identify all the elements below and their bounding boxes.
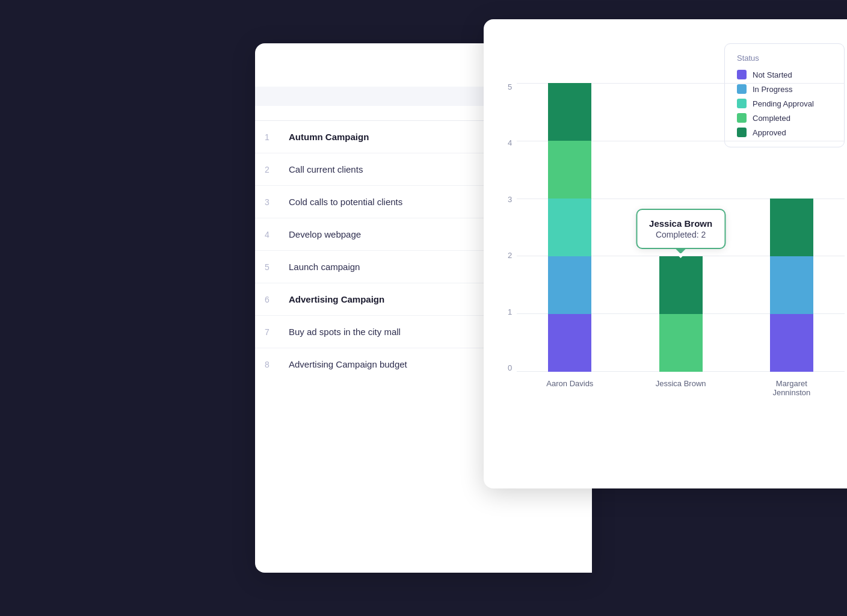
row-title: Call current clients <box>279 153 492 186</box>
row-number: 5 <box>255 251 279 283</box>
row-number: 1 <box>255 121 279 153</box>
chart-area: 012345 Jessica BrownCompleted: 2 Aaron D… <box>508 78 845 397</box>
row-number: 2 <box>255 153 279 186</box>
right-panel: ··· Status Not StartedIn ProgressPending… <box>484 19 847 488</box>
chart-columns: Jessica BrownCompleted: 2 <box>517 83 845 372</box>
bar-stack <box>770 199 813 372</box>
y-axis-label: 3 <box>508 196 512 203</box>
tooltip-arrow-icon <box>675 248 687 254</box>
bar-group[interactable] <box>529 83 611 372</box>
row-title: Buy ad spots in the city mall <box>279 316 492 348</box>
legend-label: Not Started <box>753 70 792 79</box>
bar-segment <box>548 256 591 314</box>
bar-segment <box>548 199 591 256</box>
row-title: Advertising Campaign budget <box>279 348 492 381</box>
x-axis-label: Jessica Brown <box>639 379 721 397</box>
col-num <box>255 106 279 121</box>
bar-segment <box>548 83 591 141</box>
row-number: 3 <box>255 186 279 218</box>
row-title: Autumn Campaign <box>279 121 492 153</box>
row-number: 8 <box>255 348 279 381</box>
legend-color-swatch <box>737 70 747 79</box>
y-axis-label: 5 <box>508 83 512 91</box>
bar-segment <box>659 314 703 372</box>
row-title: Advertising Campaign <box>279 283 492 316</box>
bar-segment <box>770 256 813 314</box>
bar-segment <box>659 256 703 314</box>
tooltip-person-name: Jessica Brown <box>649 218 712 229</box>
tooltip-arrow-inner-icon <box>676 253 686 258</box>
y-axis: 012345 <box>508 83 517 372</box>
bar-stack <box>548 83 591 372</box>
y-axis-label: 2 <box>508 251 512 259</box>
chart-body: 012345 Jessica BrownCompleted: 2 Aaron D… <box>508 83 845 397</box>
x-labels: Aaron DavidsJessica BrownMargaretJennins… <box>517 372 845 397</box>
bar-group[interactable]: Jessica BrownCompleted: 2 <box>639 256 721 372</box>
bar-group[interactable] <box>751 199 833 372</box>
col-title <box>279 106 492 121</box>
legend-title: Status <box>737 54 832 63</box>
row-number: 4 <box>255 218 279 251</box>
app-container: 1Autumn Campaign2Call current clientsNot… <box>255 43 592 573</box>
row-title: Launch campaign <box>279 251 492 283</box>
tooltip-box: Jessica BrownCompleted: 2 <box>636 209 725 249</box>
y-axis-label: 0 <box>508 364 512 372</box>
chart-columns-wrapper: Jessica BrownCompleted: 2 Aaron DavidsJe… <box>517 83 845 397</box>
bar-segment <box>770 199 813 256</box>
y-axis-label: 4 <box>508 139 512 147</box>
bar-segment <box>548 141 591 199</box>
row-title: Cold calls to potential clients <box>279 186 492 218</box>
x-axis-label: MargaretJenninston <box>751 379 833 397</box>
bar-segment <box>548 314 591 372</box>
bar-segment <box>770 314 813 372</box>
bar-stack <box>659 256 703 372</box>
row-number: 6 <box>255 283 279 316</box>
tooltip-value: Completed: 2 <box>649 230 712 239</box>
row-number: 7 <box>255 316 279 348</box>
legend-item: Not Started <box>737 70 832 79</box>
row-title: Develop webpage <box>279 218 492 251</box>
y-axis-label: 1 <box>508 308 512 316</box>
x-axis-label: Aaron Davids <box>529 379 611 397</box>
